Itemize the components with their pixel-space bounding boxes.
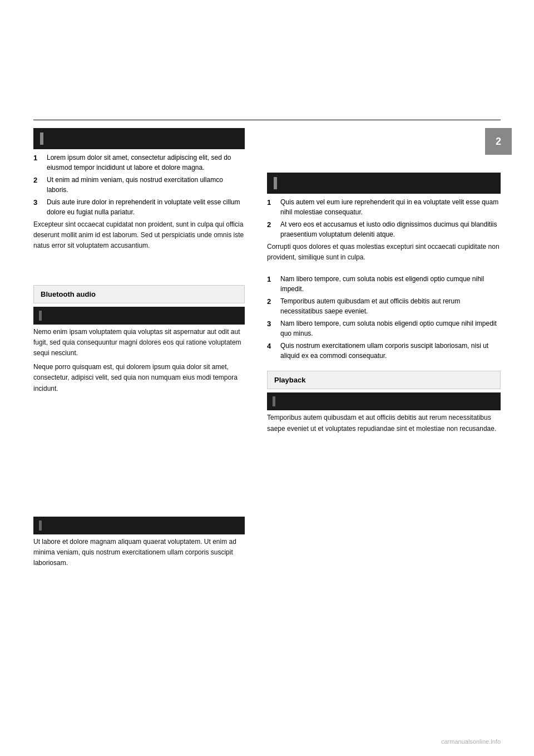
list-item: 3 Duis aute irure dolor in reprehenderit… xyxy=(33,197,245,217)
top-divider xyxy=(33,120,501,120)
bluetooth-body2: Neque porro quisquam est, qui dolorem ip… xyxy=(33,362,245,394)
item-number: 3 xyxy=(267,318,278,338)
playback-header: Playback xyxy=(267,371,501,389)
watermark-text: carmanualsonline.info xyxy=(441,738,501,745)
item-text: Temporibus autem quibusdam et aut offici… xyxy=(280,296,501,316)
left-section3-header xyxy=(33,517,245,534)
right-section2-list: 1 Nam libero tempore, cum soluta nobis e… xyxy=(267,274,501,361)
playback-body: Temporibus autem quibusdam et aut offici… xyxy=(267,413,501,434)
left-section3-text xyxy=(45,522,158,529)
list-item: 2 At vero eos et accusamus et iusto odio… xyxy=(267,219,501,239)
right-section-1: 1 Quis autem vel eum iure reprehenderit … xyxy=(267,173,501,263)
playback-sub-text xyxy=(279,397,392,405)
left-section-3: Ut labore et dolore magnam aliquam quaer… xyxy=(33,517,245,569)
item-text: Nam libero tempore, cum soluta nobis eli… xyxy=(280,318,501,338)
left-section-bluetooth: Bluetooth audio Nemo enim ipsam voluptat… xyxy=(33,285,245,394)
item-number: 2 xyxy=(33,175,44,195)
right-section-2: 1 Nam libero tempore, cum soluta nobis e… xyxy=(267,274,501,361)
sub-header-accent xyxy=(39,521,42,531)
list-item: 1 Quis autem vel eum iure reprehenderit … xyxy=(267,197,501,217)
list-item: 1 Nam libero tempore, cum soluta nobis e… xyxy=(267,274,501,294)
left-section1-header-text xyxy=(48,135,154,143)
item-number: 1 xyxy=(33,153,44,173)
list-item: 2 Ut enim ad minim veniam, quis nostrud … xyxy=(33,175,245,195)
item-text: Ut enim ad minim veniam, quis nostrud ex… xyxy=(47,175,245,195)
section3-body: Ut labore et dolore magnam aliquam quaer… xyxy=(33,537,245,569)
item-text: At vero eos et accusamus et iusto odio d… xyxy=(280,219,501,239)
bluetooth-sub-text xyxy=(45,312,158,320)
right-section1-list: 1 Quis autem vel eum iure reprehenderit … xyxy=(267,197,501,239)
playback-sub-header xyxy=(267,392,501,410)
list-item: 2 Temporibus autem quibusdam et aut offi… xyxy=(267,296,501,316)
list-item: 3 Nam libero tempore, cum soluta nobis e… xyxy=(267,318,501,338)
left-section-1: 1 Lorem ipsum dolor sit amet, consectetu… xyxy=(33,128,245,252)
item-text: Quis autem vel eum iure reprehenderit qu… xyxy=(280,197,501,217)
bluetooth-audio-title: Bluetooth audio xyxy=(41,290,96,298)
watermark: carmanualsonline.info xyxy=(441,738,501,745)
item-number: 1 xyxy=(267,197,278,217)
page-container: 2 1 Lorem ipsum dolor sit amet, consecte… xyxy=(0,0,534,756)
bluetooth-body1: Nemo enim ipsam voluptatem quia voluptas… xyxy=(33,327,245,359)
sub-header-accent xyxy=(273,396,275,406)
left-section1-header xyxy=(33,128,245,149)
right-column: 1 Quis autem vel eum iure reprehenderit … xyxy=(267,173,501,444)
item-text: Quis nostrum exercitationem ullam corpor… xyxy=(280,341,501,361)
item-number: 3 xyxy=(33,197,44,217)
bluetooth-audio-header: Bluetooth audio xyxy=(33,285,245,303)
right-section-playback: Playback Temporibus autem quibusdam et a… xyxy=(267,371,501,434)
chapter-tab: 2 xyxy=(485,128,512,155)
section1-body: Excepteur sint occaecat cupidatat non pr… xyxy=(33,219,245,252)
list-item: 4 Quis nostrum exercitationem ullam corp… xyxy=(267,341,501,361)
right-section1-body: Corrupti quos dolores et quas molestias … xyxy=(267,242,501,263)
right-section1-header xyxy=(267,173,501,194)
item-number: 4 xyxy=(267,341,278,361)
item-text: Duis aute irure dolor in reprehenderit i… xyxy=(47,197,245,217)
item-number: 1 xyxy=(267,274,278,294)
item-text: Nam libero tempore, cum soluta nobis est… xyxy=(280,274,501,294)
item-number: 2 xyxy=(267,219,278,239)
sub-header-accent xyxy=(39,311,42,321)
list-item: 1 Lorem ipsum dolor sit amet, consectetu… xyxy=(33,153,245,173)
header-accent-bar xyxy=(274,177,277,189)
left-column: 1 Lorem ipsum dolor sit amet, consectetu… xyxy=(33,128,245,578)
right-section1-header-text xyxy=(281,179,388,188)
playback-title: Playback xyxy=(274,376,305,384)
bluetooth-sub-header xyxy=(33,307,245,325)
left-section1-list: 1 Lorem ipsum dolor sit amet, consectetu… xyxy=(33,153,245,217)
header-accent-bar xyxy=(40,132,43,145)
item-number: 2 xyxy=(267,296,278,316)
chapter-number: 2 xyxy=(496,136,501,148)
item-text: Lorem ipsum dolor sit amet, consectetur … xyxy=(47,153,245,173)
